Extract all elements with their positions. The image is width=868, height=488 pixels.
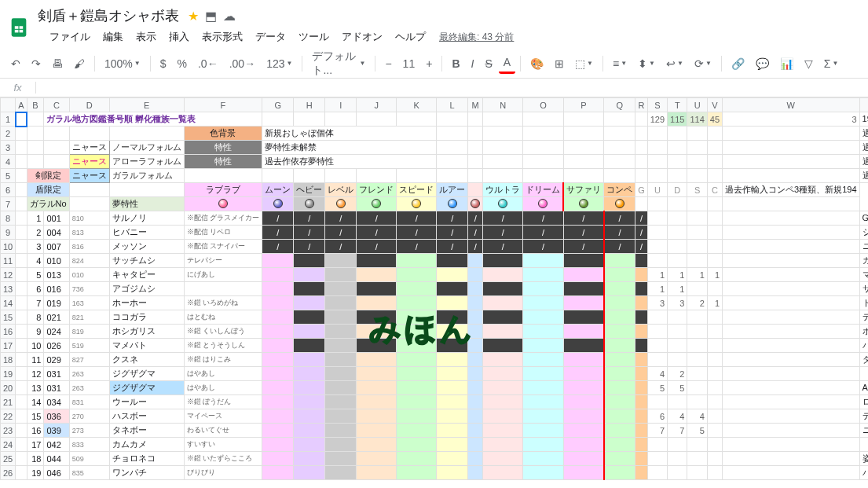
col-header-Q[interactable]: Q <box>604 98 635 112</box>
corner-cell[interactable] <box>1 98 16 112</box>
font-size-dec[interactable]: − <box>380 54 396 73</box>
spreadsheet-grid[interactable]: みほん ABCDEFGHIJKLMNOPQRSTUVWX1ガラル地方図鑑番号順 … <box>0 97 868 480</box>
undo-button[interactable]: ↶ <box>6 54 25 73</box>
col-header-D[interactable]: D <box>69 98 109 112</box>
zoom-select[interactable]: 100%▼ <box>100 54 145 73</box>
menu-insert[interactable]: 挿入 <box>163 27 195 47</box>
formula-input[interactable] <box>36 80 868 95</box>
col-header-I[interactable]: I <box>325 98 357 112</box>
col-header-C[interactable]: C <box>44 98 69 112</box>
text-color-button[interactable]: A <box>499 53 515 74</box>
col-header-G[interactable]: G <box>262 98 294 112</box>
filter-button[interactable]: ▽ <box>800 54 818 73</box>
col-header-X[interactable]: X <box>859 98 868 112</box>
star-icon[interactable]: ★ <box>188 9 199 24</box>
move-icon[interactable]: ⬒ <box>205 9 217 24</box>
col-header-S[interactable]: S <box>647 98 667 112</box>
merge-button[interactable]: ⬚▼ <box>570 54 598 73</box>
col-header-M[interactable]: M <box>468 98 483 112</box>
col-header-N[interactable]: N <box>483 98 523 112</box>
col-header-F[interactable]: F <box>184 98 262 112</box>
col-header-V[interactable]: V <box>707 98 722 112</box>
fx-label: fx <box>0 82 36 94</box>
last-edit-link[interactable]: 最終編集: 43 分前 <box>439 31 514 44</box>
bold-button[interactable]: B <box>447 54 464 73</box>
rotate-button[interactable]: ⟳▼ <box>690 54 716 73</box>
col-header-W[interactable]: W <box>723 98 859 112</box>
menu-addons[interactable]: アドオン <box>336 27 388 47</box>
font-size-input[interactable]: 11 <box>398 54 420 73</box>
decrease-decimal-button[interactable]: .0← <box>193 54 223 73</box>
valign-button[interactable]: ⬍▼ <box>633 54 660 73</box>
more-formats-button[interactable]: 123▼ <box>262 54 297 73</box>
italic-button[interactable]: I <box>467 54 479 73</box>
link-button[interactable]: 🔗 <box>727 54 749 73</box>
menu-file[interactable]: ファイル <box>44 27 96 47</box>
comment-button[interactable]: 💬 <box>751 54 774 73</box>
menu-data[interactable]: データ <box>250 27 291 47</box>
menu-edit[interactable]: 編集 <box>97 27 129 47</box>
wrap-button[interactable]: ↩▼ <box>661 54 688 73</box>
menu-tools[interactable]: ツール <box>293 27 335 47</box>
redo-button[interactable]: ↷ <box>27 54 46 73</box>
sheets-logo[interactable] <box>6 13 31 42</box>
col-header-R[interactable]: R <box>635 98 648 112</box>
menu-help[interactable]: ヘルプ <box>390 27 431 47</box>
increase-decimal-button[interactable]: .00→ <box>225 54 260 73</box>
sheet-title: ガラル地方図鑑番号順 孵化種族一覧表 <box>44 112 262 127</box>
chart-button[interactable]: 📊 <box>775 54 798 73</box>
print-button[interactable]: 🖶 <box>47 54 68 73</box>
menu-format[interactable]: 表示形式 <box>196 27 248 47</box>
font-select[interactable]: デフォルト...▼ <box>307 46 370 81</box>
doc-title[interactable]: 剣盾＋鎧島オシャボ表 <box>38 6 179 25</box>
borders-button[interactable]: ⊞ <box>550 54 569 73</box>
col-header-O[interactable]: O <box>523 98 564 112</box>
col-header-L[interactable]: L <box>437 98 468 112</box>
col-header-H[interactable]: H <box>294 98 325 112</box>
cloud-icon[interactable]: ☁ <box>223 9 236 24</box>
col-header-E[interactable]: E <box>109 98 184 112</box>
fill-color-button[interactable]: 🎨 <box>526 54 548 73</box>
col-header-B[interactable]: B <box>27 98 44 112</box>
col-header-J[interactable]: J <box>357 98 397 112</box>
percent-button[interactable]: % <box>173 54 192 73</box>
toolbar: ↶ ↷ 🖶 🖌 100%▼ $ % .0← .00→ 123▼ デフォルト...… <box>0 49 868 79</box>
col-header-K[interactable]: K <box>397 98 437 112</box>
col-header-A[interactable]: A <box>16 98 27 112</box>
currency-button[interactable]: $ <box>156 54 171 73</box>
strike-button[interactable]: S <box>480 54 496 73</box>
col-header-T[interactable]: T <box>668 98 687 112</box>
functions-button[interactable]: Σ▼ <box>819 54 844 73</box>
font-size-inc[interactable]: + <box>421 54 437 73</box>
menu-view[interactable]: 表示 <box>130 27 162 47</box>
col-header-P[interactable]: P <box>563 98 604 112</box>
halign-button[interactable]: ≡▼ <box>608 54 632 73</box>
col-header-U[interactable]: U <box>687 98 707 112</box>
menubar: ファイル 編集 表示 挿入 表示形式 データ ツール アドオン ヘルプ 最終編集… <box>38 25 862 49</box>
paint-format-button[interactable]: 🖌 <box>69 54 90 73</box>
